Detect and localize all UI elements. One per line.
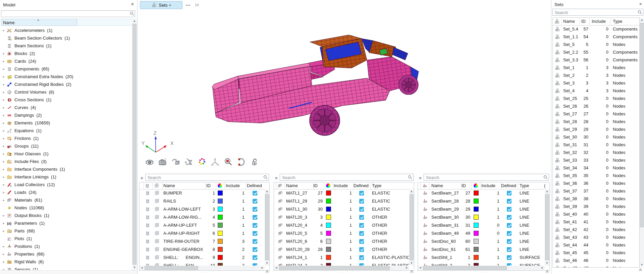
sets-row[interactable]: Set_30300Nodes xyxy=(553,133,639,141)
color-swatch[interactable] xyxy=(218,207,223,212)
scroll-right-icon[interactable]: ► xyxy=(540,266,545,270)
caret-right-icon[interactable]: ▸ xyxy=(1,67,6,71)
defined-checkbox[interactable] xyxy=(253,247,257,252)
color-swatch[interactable] xyxy=(326,239,331,244)
components-row[interactable]: SHELL: ENGIN...92 xyxy=(140,254,265,262)
collapse-toolbar-button[interactable] xyxy=(194,2,200,8)
tree-item-load-collectors[interactable]: ▸Load Collectors(12) xyxy=(1,181,132,188)
defined-checkbox[interactable] xyxy=(253,263,257,266)
caret-right-icon[interactable]: ▸ xyxy=(1,144,6,148)
tree-item-materials[interactable]: ▸Materials(61) xyxy=(1,196,132,204)
defined-checkbox[interactable] xyxy=(253,255,257,260)
properties-row[interactable]: tSectBeam_31310LINE xyxy=(418,221,545,229)
caret-right-icon[interactable]: ▸ xyxy=(1,252,6,256)
sets-row[interactable]: Set_34340Nodes xyxy=(553,164,639,172)
properties-row[interactable]: tSectShll_221SURFACE xyxy=(418,262,545,266)
properties-row[interactable]: tSectDisc_60601LINE xyxy=(418,237,545,245)
scroll-down-icon[interactable]: ▼ xyxy=(409,261,414,266)
properties-search-input[interactable] xyxy=(425,175,543,180)
components-row[interactable]: A-ARM-LOW-LEFT31 xyxy=(140,205,265,213)
vertical-scrollbar[interactable]: ▲▼ xyxy=(265,189,269,266)
defined-checkbox[interactable] xyxy=(507,239,512,244)
column-header-type[interactable]: Type xyxy=(613,18,622,25)
properties-row[interactable]: tSectDisc_61611LINE xyxy=(418,245,545,254)
scroll-right-icon[interactable]: ► xyxy=(260,266,265,270)
sets-row[interactable]: Set_46460Nodes xyxy=(553,257,639,264)
column-header-name[interactable]: Name xyxy=(431,182,443,189)
sets-row[interactable]: Set_223Nodes xyxy=(553,71,639,79)
materials-row[interactable]: MATL20_551OTHER xyxy=(274,229,409,237)
tree-item-plots[interactable]: Plots(1) xyxy=(1,235,132,242)
defined-checkbox[interactable] xyxy=(359,263,364,266)
tree-item-cross-sections[interactable]: ▸Cross Sections(1) xyxy=(1,96,132,104)
caret-right-icon[interactable]: ▸ xyxy=(1,167,6,171)
components-row[interactable]: RAILS21 xyxy=(140,197,265,205)
tree-item-dampings[interactable]: ▸Dampings(2) xyxy=(1,111,132,119)
caret-right-icon[interactable]: ▸ xyxy=(1,152,6,156)
defined-checkbox[interactable] xyxy=(253,199,257,204)
scroll-up-icon[interactable]: ▲ xyxy=(545,189,549,194)
sets-row[interactable]: Set_47470Nodes xyxy=(553,264,639,267)
properties-row[interactable]: tSectBeam_29291LINE xyxy=(418,205,545,213)
sets-row[interactable]: Set_36360Nodes xyxy=(553,179,639,187)
materials-row[interactable]: MATL24_111ELASTIC-PLASTIC xyxy=(274,254,409,262)
tree-item-control-volumes[interactable]: ▸Control Volumes(8) xyxy=(1,88,132,96)
caret-right-icon[interactable]: ▸ xyxy=(1,175,6,179)
tree-item-output-blocks[interactable]: ▸Output Blocks(1) xyxy=(1,212,132,219)
column-header-include[interactable]: Include xyxy=(334,182,348,189)
properties-row[interactable]: tSectBeam_30301LINE xyxy=(418,213,545,221)
color-swatch[interactable] xyxy=(474,231,479,236)
scroll-down-icon[interactable]: ▼ xyxy=(640,263,644,267)
color-swatch[interactable] xyxy=(218,239,223,244)
color-mode-icon[interactable] xyxy=(197,156,207,168)
defined-checkbox[interactable] xyxy=(507,223,512,228)
sets-row[interactable]: Set_42420Nodes xyxy=(553,226,639,233)
components-search-input[interactable] xyxy=(147,175,263,180)
tree-item-loads[interactable]: ▸Loads(24) xyxy=(1,188,132,196)
sets-row[interactable]: Set_1.1540Components xyxy=(553,33,639,41)
color-swatch[interactable] xyxy=(218,223,223,228)
tree-item-hour-glasses[interactable]: ▸Hour Glasses(1) xyxy=(1,150,132,158)
tree-item-equations[interactable]: ▸2Equations(1) xyxy=(1,127,132,134)
caret-right-icon[interactable]: ▸ xyxy=(1,113,6,117)
caret-right-icon[interactable]: ▸ xyxy=(1,59,6,63)
resize-handle[interactable]: · · · xyxy=(417,270,550,274)
column-header-name[interactable]: Name xyxy=(163,182,175,189)
caret-right-icon[interactable]: ▸ xyxy=(1,268,6,270)
tree-item-frictions[interactable]: ▸Frictions(1) xyxy=(1,134,132,142)
tree-item-include-files[interactable]: ▸Include Files(3) xyxy=(1,158,132,165)
caret-right-icon[interactable]: ▸ xyxy=(1,98,6,102)
column-header-type[interactable]: Type xyxy=(520,182,529,189)
sets-row[interactable]: Set_38380Nodes xyxy=(553,195,639,203)
tree-item-interface-components[interactable]: ▸Interface Components(1) xyxy=(1,165,132,173)
scroll-left-icon[interactable]: ◄ xyxy=(274,266,279,270)
tree-item-beam-sections[interactable]: Beam Sections(1) xyxy=(1,42,132,50)
sets-row[interactable]: Set_5.4570Components xyxy=(553,25,639,33)
collapse-panel-button[interactable] xyxy=(545,269,549,274)
caret-right-icon[interactable]: ▸ xyxy=(1,183,6,186)
sets-row[interactable]: Set_45450Nodes xyxy=(553,249,639,257)
properties-row[interactable]: tSectBeam_28281LINE xyxy=(418,197,545,205)
defined-checkbox[interactable] xyxy=(253,239,257,244)
column-header-include[interactable]: Include xyxy=(481,182,495,189)
color-swatch[interactable] xyxy=(326,231,331,236)
scroll-down-icon[interactable]: ▼ xyxy=(132,265,137,270)
tree-item-elements[interactable]: ▸Elements(10659) xyxy=(1,119,132,127)
color-swatch[interactable] xyxy=(218,263,223,266)
sets-search-input[interactable] xyxy=(554,10,636,15)
materials-row[interactable]: MATL20_441OTHER xyxy=(274,221,409,229)
components-row[interactable]: ENGINE-GEARBOX82 xyxy=(140,245,265,254)
components-row[interactable]: A-ARM-UP-LEFT51 xyxy=(140,221,265,229)
tree-item-groups[interactable]: ▸Groups(11) xyxy=(1,142,132,150)
caret-right-icon[interactable]: ▸ xyxy=(1,90,6,94)
materials-row[interactable]: MATL1_30301ELASTIC xyxy=(274,205,409,213)
color-swatch[interactable] xyxy=(218,190,223,196)
caret-right-icon[interactable]: ▸ xyxy=(1,260,6,264)
sets-row[interactable]: Set_40400Nodes xyxy=(553,210,639,218)
sets-row[interactable]: Set_25250Nodes xyxy=(553,95,639,102)
sets-row[interactable]: Set_39390Nodes xyxy=(553,203,639,210)
properties-table-header[interactable]: tNameIDIncludeDefinedType( xyxy=(418,182,549,189)
tree-item-parts[interactable]: ▸Parts(68) xyxy=(1,227,132,235)
caret-right-icon[interactable]: ▸ xyxy=(1,214,6,217)
column-header-id[interactable]: ID xyxy=(206,182,211,189)
